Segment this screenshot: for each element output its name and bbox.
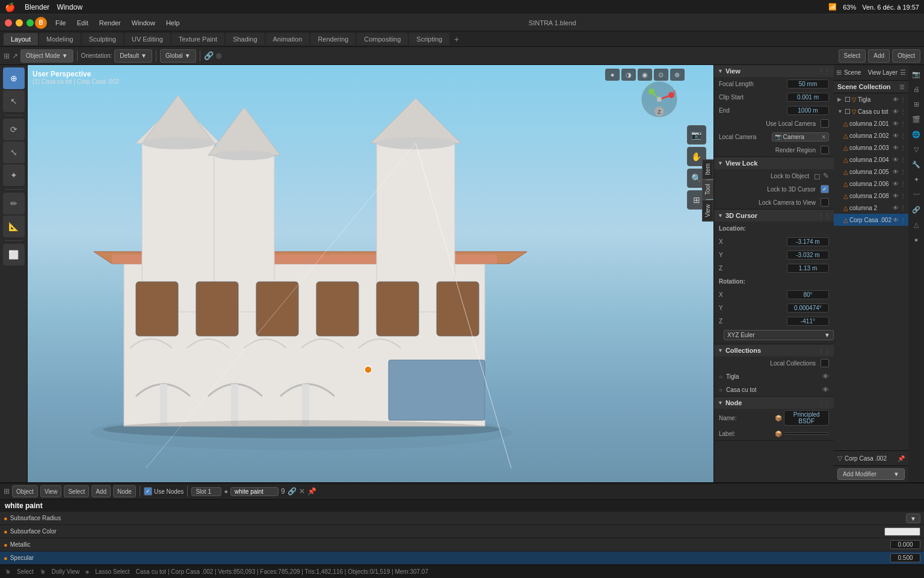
tool-annotate[interactable]: ✏ bbox=[3, 193, 25, 214]
add-workspace-button[interactable]: + bbox=[451, 33, 463, 45]
tree-eye-corp[interactable]: 👁 bbox=[893, 217, 899, 223]
tool-add-cube[interactable]: ⬜ bbox=[3, 244, 25, 266]
viewport-overlay-btn[interactable]: ⊙ bbox=[654, 69, 668, 81]
tree-eye-casa[interactable]: 👁 bbox=[893, 108, 899, 115]
hand-nav-btn[interactable]: ✋ bbox=[687, 147, 706, 166]
lock-3d-cursor-checkbox[interactable] bbox=[821, 185, 829, 193]
tool-rotate[interactable]: ⟳ bbox=[3, 119, 25, 140]
tree-eye-col-main[interactable]: 👁 bbox=[893, 205, 899, 211]
cursor-x-value[interactable]: -3.174 m bbox=[787, 237, 829, 246]
tree-item-col-2003[interactable]: △ columna 2.003 👁 ⋮ bbox=[834, 141, 908, 154]
select-btn[interactable]: Select bbox=[839, 49, 866, 63]
viewport-shading-material[interactable]: ◑ bbox=[621, 69, 636, 81]
node-view-btn[interactable]: View bbox=[40, 485, 62, 497]
tree-item-casacutot[interactable]: ▼ ☐ ▽ Casa cu tot 👁 ⋮ bbox=[834, 105, 908, 117]
prop-icon-constraints[interactable]: 🔗 bbox=[910, 203, 923, 216]
tree-eye-col6[interactable]: 👁 bbox=[893, 181, 899, 187]
snap-icon[interactable]: 🔗 bbox=[204, 51, 214, 60]
clip-end-value[interactable]: 1000 m bbox=[787, 106, 829, 115]
fullscreen-button[interactable] bbox=[26, 19, 34, 26]
node-node-btn[interactable]: Node bbox=[113, 485, 136, 497]
prop-icon-modifier[interactable]: 🔧 bbox=[910, 158, 923, 171]
scene-col-filter-icon[interactable]: ☰ bbox=[900, 69, 906, 76]
tree-eye-col4[interactable]: 👁 bbox=[893, 157, 899, 163]
global-btn[interactable]: Global ▼ bbox=[160, 49, 196, 63]
tab-rendering[interactable]: Rendering bbox=[310, 33, 356, 45]
tab-animation[interactable]: Animation bbox=[266, 33, 310, 45]
lock-object-picker[interactable]: ✎ bbox=[823, 172, 829, 180]
node-object-btn[interactable]: Object bbox=[12, 485, 38, 497]
cursor-z-value[interactable]: 1.13 m bbox=[787, 264, 829, 273]
tab-tool[interactable]: Tool bbox=[702, 180, 713, 199]
prop-icon-world[interactable]: 🌐 bbox=[910, 128, 923, 141]
cursor-rx-value[interactable]: 80° bbox=[787, 290, 829, 299]
prop-icon-scene[interactable]: 🎬 bbox=[910, 113, 923, 126]
viewport-3d[interactable]: User Perspective (1) Casa cu tot | Corp … bbox=[28, 65, 713, 482]
tool-transform[interactable]: ✦ bbox=[3, 164, 25, 186]
blender-menu-item[interactable]: Blender bbox=[25, 3, 49, 11]
view-lock-header[interactable]: ▼ View Lock bbox=[714, 157, 834, 169]
menu-help[interactable]: Help bbox=[161, 17, 185, 28]
prop-icon-view-layer[interactable]: ⊞ bbox=[910, 98, 923, 111]
subsurface-color-preview[interactable] bbox=[884, 527, 920, 536]
object-mode-btn[interactable]: Object Mode ▼ bbox=[20, 49, 73, 63]
node-add-btn[interactable]: Add bbox=[91, 485, 111, 497]
viewport-gizmo-toggle[interactable]: ⊕ bbox=[670, 69, 685, 81]
tab-layout[interactable]: Layout bbox=[4, 33, 38, 45]
tool-scale[interactable]: ⤡ bbox=[3, 141, 25, 163]
prop-icon-output[interactable]: 🖨 bbox=[910, 82, 923, 96]
tree-eye-col3[interactable]: 👁 bbox=[893, 144, 899, 151]
view-section-header[interactable]: ▼ View ⋮⋮ bbox=[714, 65, 834, 77]
camera-field[interactable]: 📷 Camera ✕ bbox=[772, 132, 829, 141]
node-section-header[interactable]: ▼ Node ⋮⋮ bbox=[714, 397, 834, 409]
node-label-value[interactable] bbox=[784, 432, 829, 435]
add-btn[interactable]: Add bbox=[868, 49, 890, 63]
tab-modeling[interactable]: Modeling bbox=[39, 33, 81, 45]
orientation-btn[interactable]: Default ▼ bbox=[114, 49, 152, 63]
tree-item-col-2005[interactable]: △ columna 2.005 👁 ⋮ bbox=[834, 166, 908, 178]
node-select-btn[interactable]: Select bbox=[64, 485, 89, 497]
prop-icon-object[interactable]: ▽ bbox=[910, 143, 923, 156]
tab-texture-paint[interactable]: Texture Paint bbox=[171, 33, 224, 45]
scene-col-filter-btn[interactable]: ☰ bbox=[899, 84, 905, 90]
apple-icon[interactable]: 🍎 bbox=[5, 2, 15, 12]
tree-item-col-2006[interactable]: △ columna 2.006 👁 ⋮ bbox=[834, 178, 908, 190]
viewport-shading-rendered[interactable]: ◉ bbox=[638, 69, 652, 81]
cursor-3d-header[interactable]: ▼ 3D Cursor ⋮⋮ bbox=[714, 210, 834, 222]
tree-item-col-2001[interactable]: △ columna 2.001 👁 ⋮ bbox=[834, 117, 908, 129]
tool-cursor[interactable]: ⊕ bbox=[3, 67, 25, 89]
tab-sculpting[interactable]: Sculpting bbox=[82, 33, 123, 45]
euler-mode-dropdown[interactable]: XYZ Euler ▼ bbox=[724, 330, 834, 340]
tree-item-tigla[interactable]: ▶ ☐ ▽ Tigla 👁 ⋮ bbox=[834, 93, 908, 105]
lock-object-icon[interactable]: ◻ bbox=[814, 172, 821, 181]
coll-eye-1[interactable]: 👁 bbox=[822, 386, 829, 393]
grid-nav-btn[interactable]: ⊞ bbox=[687, 190, 706, 210]
tab-shading[interactable]: Shading bbox=[226, 33, 264, 45]
render-region-checkbox[interactable] bbox=[821, 146, 829, 154]
tree-item-corp-casa[interactable]: △ Corp Casa .002 👁 ⋮ bbox=[834, 214, 908, 226]
tree-eye-col2[interactable]: 👁 bbox=[893, 132, 899, 139]
material-pin-icon[interactable]: 📌 bbox=[307, 487, 316, 496]
prop-icon-particles[interactable]: ✦ bbox=[910, 173, 923, 186]
prop-icon-physics[interactable]: 〰 bbox=[910, 188, 923, 201]
proportional-icon[interactable]: ◎ bbox=[216, 52, 222, 60]
node-name-value[interactable]: Principled BSDF bbox=[784, 410, 829, 426]
tool-move[interactable]: ↖ bbox=[3, 90, 25, 112]
collections-header[interactable]: ▼ Collections ⋮⋮ bbox=[714, 344, 834, 356]
window-menu-item[interactable]: Window bbox=[57, 3, 82, 11]
use-nodes-checkbox[interactable] bbox=[144, 487, 152, 496]
close-button[interactable] bbox=[5, 19, 12, 26]
tree-item-col-2002[interactable]: △ columna 2.002 👁 ⋮ bbox=[834, 129, 908, 141]
tree-more-tigla[interactable]: ⋮ bbox=[900, 96, 906, 103]
material-link-icon[interactable]: 🔗 bbox=[288, 487, 297, 496]
tree-more-casa[interactable]: ⋮ bbox=[900, 108, 906, 115]
tab-item[interactable]: Item bbox=[702, 159, 713, 179]
cursor-y-value[interactable]: -3.032 m bbox=[787, 250, 829, 259]
object-btn[interactable]: Object bbox=[892, 49, 920, 63]
tab-compositing[interactable]: Compositing bbox=[357, 33, 408, 45]
local-collections-checkbox[interactable] bbox=[821, 359, 829, 367]
prop-obj-pin[interactable]: 📌 bbox=[898, 455, 905, 462]
slot-field[interactable]: Slot 1 bbox=[191, 487, 221, 496]
tab-scripting[interactable]: Scripting bbox=[409, 33, 449, 45]
lock-camera-checkbox[interactable] bbox=[821, 198, 829, 207]
